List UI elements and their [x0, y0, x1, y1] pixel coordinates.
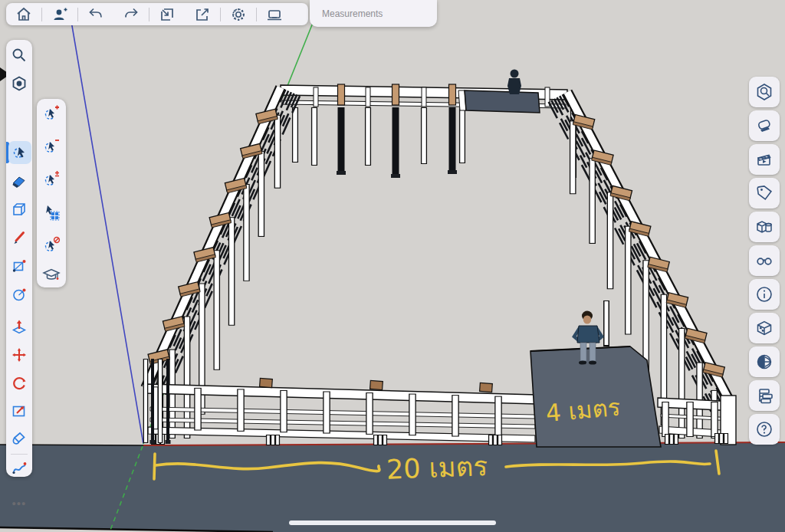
tags-button[interactable] [749, 178, 780, 209]
circle-tool[interactable] [8, 283, 31, 306]
move-tool[interactable] [8, 343, 31, 366]
select-all-icon [41, 202, 61, 222]
undo-button[interactable] [78, 3, 113, 25]
select-toggle-tool[interactable] [40, 168, 63, 191]
outliner-icon [754, 386, 774, 406]
select-none-tool[interactable] [40, 234, 63, 257]
export-icon [193, 5, 212, 24]
settings-button[interactable] [221, 3, 256, 25]
eraser-icon [11, 172, 28, 189]
eraser-tool[interactable] [8, 169, 31, 192]
scale-icon [11, 402, 28, 419]
model-viewport[interactable]: 20 เมตร 4 เมตร [0, 0, 785, 532]
face-box-icon [11, 201, 28, 218]
outliner-button[interactable] [749, 380, 780, 411]
select-tool[interactable] [8, 141, 31, 164]
search-model-button[interactable] [749, 77, 780, 107]
top-toolbar [6, 3, 308, 25]
device-button[interactable] [257, 3, 292, 25]
top-platform[interactable] [458, 90, 540, 113]
redo-button[interactable] [113, 3, 149, 25]
shadows-icon [754, 352, 774, 372]
rotate-tool[interactable] [8, 372, 31, 395]
paint-tool[interactable] [8, 427, 31, 450]
redo-icon [122, 5, 140, 24]
display-styles-icon [754, 318, 774, 338]
scale-tool[interactable] [8, 399, 31, 422]
select-all-tool[interactable] [40, 201, 63, 224]
measurements-box[interactable]: Measurements [310, 0, 437, 27]
zoom-icon [11, 47, 28, 64]
help-button[interactable] [749, 414, 780, 445]
push-pull-tool[interactable] [8, 315, 31, 338]
freehand-tool[interactable] [8, 456, 31, 479]
toolbar-divider [11, 454, 28, 455]
undo-icon [87, 5, 105, 24]
styles-hexagon-icon [11, 75, 28, 92]
add-collaborator-icon [51, 5, 69, 24]
device-display-icon [265, 5, 284, 24]
import-icon [158, 5, 176, 24]
select-subtract-tool[interactable] [40, 135, 63, 158]
measurements-placeholder: Measurements [322, 8, 383, 19]
soften-edges-icon [754, 116, 774, 136]
more-icon: ••• [12, 501, 27, 507]
select-none-icon [41, 235, 61, 255]
soften-edges-button[interactable] [749, 110, 780, 141]
components-icon [754, 217, 774, 237]
glasses-icon [754, 251, 774, 271]
add-collaborator-button[interactable] [42, 3, 77, 25]
home-indicator[interactable] [289, 521, 496, 525]
move-icon [11, 346, 28, 363]
graduation-cap-icon [41, 264, 61, 284]
info-icon [754, 284, 774, 304]
scenes-button[interactable] [749, 144, 780, 175]
scenes-icon [754, 149, 774, 169]
rotate-icon [11, 375, 28, 392]
more-tools-button[interactable]: ••• [8, 492, 31, 515]
push-pull-icon [11, 318, 28, 335]
left-toolbar: ••• [6, 40, 32, 477]
right-panel-rail [749, 0, 783, 532]
overlays-button[interactable] [749, 245, 780, 276]
entity-info-button[interactable] [749, 279, 780, 310]
freehand-icon [11, 459, 28, 476]
select-add-tool[interactable] [40, 102, 63, 125]
model-scene[interactable]: 20 เมตร 4 เมตร [0, 0, 785, 532]
shadows-button[interactable] [749, 346, 780, 377]
help-icon [754, 419, 774, 439]
select-add-icon [41, 103, 61, 123]
select-flyout [37, 99, 66, 287]
face-tool[interactable] [8, 198, 31, 221]
rectangle-tool[interactable] [8, 255, 31, 277]
select-subtract-icon [41, 136, 61, 156]
styles-tool[interactable] [8, 72, 31, 95]
paint-bucket-icon [11, 430, 28, 447]
import-button[interactable] [149, 3, 185, 25]
select-icon [11, 143, 29, 162]
zoom-tool[interactable] [8, 44, 31, 67]
shape-rectangle-icon [11, 258, 28, 274]
components-button[interactable] [749, 212, 780, 242]
pencil-tool[interactable] [8, 226, 31, 249]
home-icon [15, 5, 33, 24]
tags-icon [754, 183, 774, 203]
home-button[interactable] [6, 3, 41, 25]
instructor-button[interactable] [40, 263, 63, 286]
select-toggle-icon [41, 169, 61, 189]
export-button[interactable] [185, 3, 220, 25]
display-styles-button[interactable] [749, 313, 780, 343]
settings-gear-icon [229, 5, 248, 24]
search-model-icon [754, 82, 774, 102]
shape-circle-icon [11, 286, 28, 303]
ground-dimension-label[interactable]: 20 เมตร [386, 451, 488, 485]
pencil-icon [11, 229, 28, 246]
